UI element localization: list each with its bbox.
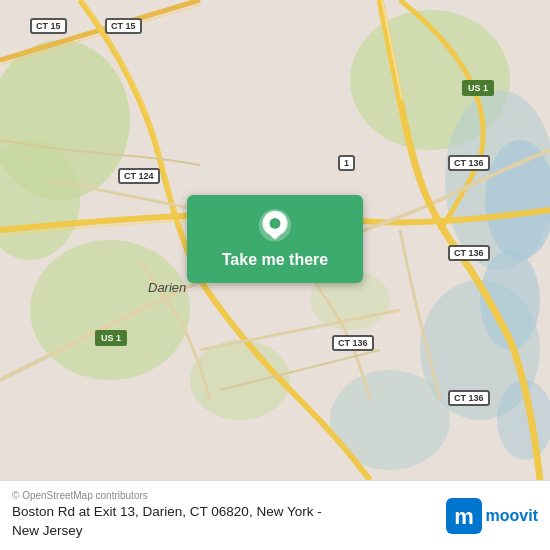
svg-point-3 — [30, 240, 190, 380]
road-badge-ct136-3: CT 136 — [332, 335, 374, 351]
moovit-icon: m — [446, 498, 482, 534]
road-badge-ct136-2: CT 136 — [448, 245, 490, 261]
copyright-text: © OpenStreetMap contributors — [12, 490, 446, 501]
moovit-brand-name: moovit — [486, 507, 538, 525]
take-me-there-label: Take me there — [222, 251, 328, 269]
road-badge-us1-bottom: US 1 — [95, 330, 127, 346]
location-pin-icon — [257, 209, 293, 245]
svg-text:m: m — [454, 503, 474, 528]
road-badge-1: 1 — [338, 155, 355, 171]
darien-label: Boston Rd at Exit 13, Darien, CT Darien — [148, 280, 186, 295]
footer-address: Boston Rd at Exit 13, Darien, CT 06820, … — [12, 503, 446, 541]
road-badge-ct15-1: CT 15 — [30, 18, 67, 34]
road-badge-ct124: CT 124 — [118, 168, 160, 184]
take-me-there-button[interactable]: Take me there — [187, 195, 363, 283]
footer-left: © OpenStreetMap contributors Boston Rd a… — [12, 490, 446, 541]
road-badge-ct15-2: CT 15 — [105, 18, 142, 34]
road-badge-ct136-4: CT 136 — [448, 390, 490, 406]
road-badge-ct136-1: CT 136 — [448, 155, 490, 171]
map-view: CT 15 CT 15 CT 124 1 US 1 US 1 CT 136 CT… — [0, 0, 550, 480]
moovit-logo: m moovit — [446, 498, 538, 534]
road-badge-us1-top: US 1 — [462, 80, 494, 96]
footer: © OpenStreetMap contributors Boston Rd a… — [0, 480, 550, 550]
svg-point-17 — [270, 218, 281, 229]
